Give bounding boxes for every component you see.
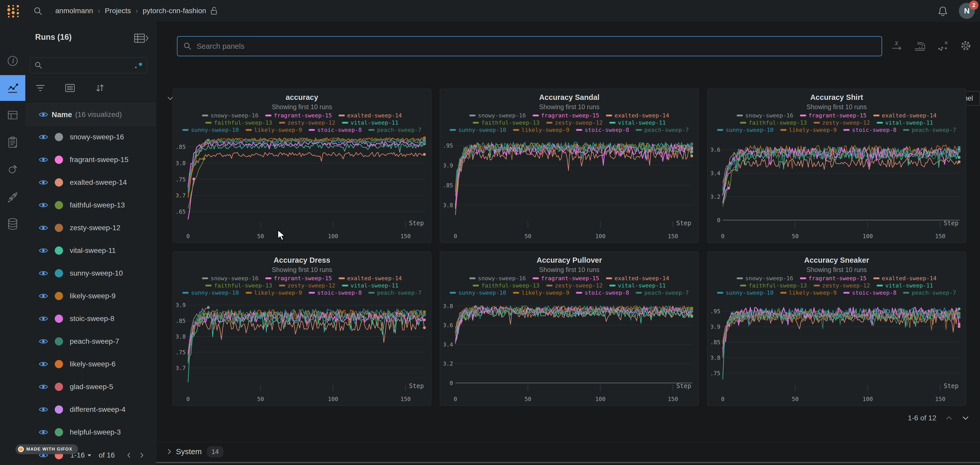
expand-runs-table-icon[interactable] [134,33,148,43]
expand-chevron-icon[interactable] [167,448,172,455]
visibility-eye-icon[interactable] [39,316,48,322]
run-name[interactable]: likely-sweep-6 [70,360,115,368]
breadcrumb-projects[interactable]: Projects [105,7,131,15]
next-page-icon[interactable] [139,451,145,459]
settings-gear-icon[interactable] [960,40,972,52]
run-name[interactable]: peach-sweep-7 [70,337,119,346]
visibility-eye-icon[interactable] [39,111,48,117]
search-icon [34,61,43,70]
legend-swatch [473,122,479,124]
breadcrumb-user[interactable]: anmolmann [55,7,93,15]
run-name[interactable]: glad-sweep-5 [70,382,113,391]
run-name[interactable]: sunny-sweep-10 [70,269,123,278]
wandb-logo-icon[interactable] [7,4,20,18]
svg-text:0.6: 0.6 [711,146,721,153]
group-list-icon[interactable] [55,84,85,92]
run-row[interactable]: stoic-sweep-8 [25,307,156,330]
run-row[interactable]: likely-sweep-9 [25,285,156,307]
chart-panel[interactable]: accuracyShowing first 10 runssnowy-sweep… [173,89,431,243]
chart-panel[interactable]: Accuracy SneakerShowing first 10 runssno… [707,252,966,406]
table-view-icon[interactable] [0,102,25,128]
chart-title: Accuracy Sandal [440,93,698,102]
run-name[interactable]: stoic-sweep-8 [70,314,115,323]
run-name[interactable]: helpful-sweep-3 [70,428,121,436]
run-name[interactable]: likely-sweep-9 [70,292,115,300]
overview-info-icon[interactable]: i [0,48,25,74]
run-row[interactable]: faithful-sweep-13 [25,194,156,216]
visibility-eye-icon[interactable] [39,134,48,140]
run-row[interactable]: different-sweep-4 [25,398,156,421]
legend-swatch [843,129,850,131]
chart-panel[interactable]: Accuracy PulloverShowing first 10 runssn… [440,252,699,406]
visibility-eye-icon[interactable] [39,157,48,163]
legend-item: sunny-sweep-10 [450,127,506,133]
sweeps-broom-icon[interactable] [0,157,25,183]
run-row[interactable]: vital-sweep-11 [25,239,156,262]
charts-workspace-icon[interactable] [0,75,25,101]
run-row[interactable]: snowy-sweep-16 [25,126,156,148]
x-axis-icon[interactable]: x [891,40,902,51]
search-icon [183,42,192,51]
runs-search-input[interactable]: .* [30,57,147,73]
prev-page-icon[interactable] [126,451,132,459]
global-search-icon[interactable] [33,6,43,16]
visibility-eye-icon[interactable] [39,429,48,435]
legend-swatch [800,278,806,279]
outliers-icon[interactable] [937,40,948,51]
run-row[interactable]: glad-sweep-5 [25,375,156,398]
legend-run-name: snowy-sweep-16 [478,112,526,119]
runs-name-header[interactable]: Name (16 visualized) [25,103,156,126]
run-row[interactable]: peach-sweep-7 [25,330,156,353]
page-up-icon[interactable] [945,416,953,421]
run-name[interactable]: faithful-sweep-13 [70,201,125,209]
visibility-eye-icon[interactable] [39,293,48,299]
visibility-eye-icon[interactable] [39,179,48,186]
regex-toggle[interactable]: .* [134,61,143,70]
run-name[interactable]: fragrant-sweep-15 [70,156,128,164]
visibility-eye-icon[interactable] [39,406,48,413]
chart-panel[interactable]: Accuracy SandalShowing first 10 runssnow… [440,89,699,243]
sort-icon[interactable] [85,83,115,93]
legend-item: faithful-sweep-13 [205,282,272,289]
visibility-eye-icon[interactable] [39,361,48,367]
chart-panel[interactable]: Accuracy ShirtShowing first 10 runssnowy… [707,89,966,243]
logs-clipboard-icon[interactable] [0,130,25,156]
visibility-eye-icon[interactable] [39,225,48,231]
chart-subtitle: Showing first 10 runs [708,103,966,111]
run-row[interactable]: exalted-sweep-14 [25,171,156,194]
legend-item: stoic-sweep-8 [309,289,362,296]
run-name[interactable]: different-sweep-4 [70,405,126,414]
run-row[interactable]: sunny-sweep-10 [25,262,156,285]
run-row[interactable]: helpful-sweep-3 [25,421,156,444]
legend-swatch [717,129,723,131]
artifacts-database-icon[interactable] [0,211,25,237]
run-row[interactable]: likely-sweep-6 [25,353,156,375]
run-row[interactable]: zesty-sweep-12 [25,216,156,239]
run-name[interactable]: exalted-sweep-14 [70,178,127,187]
horizontal-scrollbar[interactable] [156,462,980,463]
panel-search-input[interactable] [196,42,843,51]
run-row[interactable]: fragrant-sweep-15 [25,148,156,171]
run-name[interactable]: vital-sweep-11 [70,246,116,255]
visibility-eye-icon[interactable] [39,270,48,276]
legend-item: faithful-sweep-13 [740,119,807,126]
launch-rocket-icon[interactable] [0,184,25,210]
svg-text:0.8: 0.8 [177,160,186,167]
smoothing-iron-icon[interactable] [914,41,926,51]
page-down-icon[interactable] [962,416,969,421]
chart-panel[interactable]: Accuracy DressShowing first 10 runssnowy… [173,252,431,406]
legend-run-name: peach-sweep-7 [644,289,689,296]
page-size-caret-icon[interactable] [87,453,92,457]
visibility-eye-icon[interactable] [39,202,48,208]
visibility-eye-icon[interactable] [39,384,48,390]
panel-search[interactable] [177,36,882,56]
visibility-eye-icon[interactable] [39,248,48,254]
run-name[interactable]: zesty-sweep-12 [70,224,120,232]
visibility-eye-icon[interactable] [39,338,48,344]
run-name[interactable]: snowy-sweep-16 [70,133,124,141]
filter-icon[interactable] [25,84,55,92]
svg-text:0.8: 0.8 [177,333,186,340]
system-section-header[interactable]: System 14 [167,442,980,461]
notifications-bell-icon[interactable] [938,6,948,16]
breadcrumb-project[interactable]: pytorch-cnn-fashion [143,7,206,15]
